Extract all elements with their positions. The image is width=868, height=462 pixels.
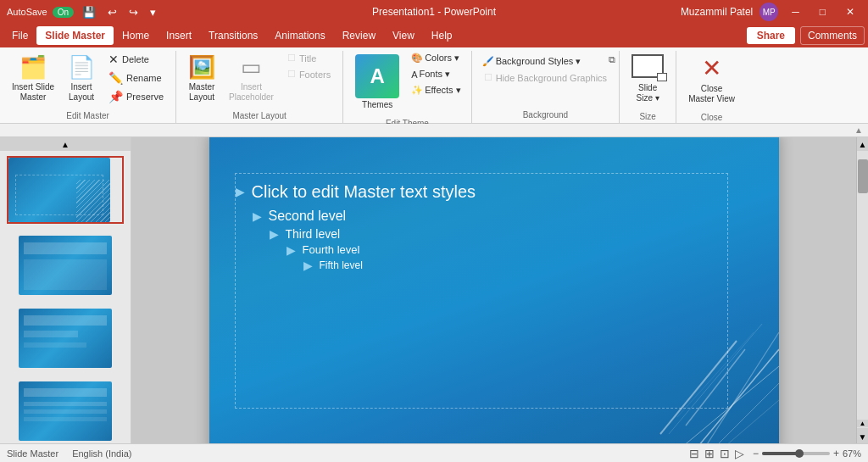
slide-thumb-3[interactable] <box>17 307 124 370</box>
close-master-view-button[interactable]: ✕ CloseMaster View <box>683 51 740 108</box>
language: English (India) <box>72 448 131 459</box>
zoom-slider[interactable]: − + 67% <box>753 448 861 459</box>
save-icon[interactable]: 💾 <box>79 4 99 20</box>
master-layout-label: MasterLayout <box>189 82 215 103</box>
footers-label: Footers <box>299 70 331 80</box>
title-bar-left: AutoSave On 💾 ↩ ↪ ▾ <box>7 4 159 20</box>
slide-thumb-2[interactable] <box>17 234 124 297</box>
scroll-track[interactable] <box>857 151 869 418</box>
normal-view-icon[interactable]: ⊟ <box>689 447 699 460</box>
master-layout-label-g: Master Layout <box>232 109 286 124</box>
scroll-up-button[interactable]: ▲ <box>857 137 869 151</box>
ribbon-group-content2: 🖼️ MasterLayout ▭ InsertPlaceholder ☐ Ti… <box>183 51 336 109</box>
close-master-label: CloseMaster View <box>688 84 735 104</box>
preserve-button[interactable]: 📌 Preserve <box>103 88 169 105</box>
menu-help[interactable]: Help <box>423 26 461 45</box>
slide-size-button[interactable]: SlideSize ▾ <box>626 51 669 107</box>
insert-layout-icon: 📄 <box>68 54 95 81</box>
scroll-down-button[interactable]: ▼ <box>857 430 869 443</box>
menu-view[interactable]: View <box>384 26 423 45</box>
slide-thumb-4[interactable] <box>17 380 124 443</box>
master-layout-icon: 🖼️ <box>188 54 215 81</box>
background-expand-icon[interactable]: ⧉ <box>609 54 615 65</box>
minimize-button[interactable]: ─ <box>785 4 806 19</box>
user-avatar[interactable]: MP <box>760 3 778 21</box>
main-area: ▲ 1 <box>0 137 868 443</box>
menu-insert[interactable]: Insert <box>158 26 200 45</box>
fonts-icon: A <box>411 70 417 80</box>
undo-icon[interactable]: ↩ <box>104 4 120 20</box>
title-label: Title <box>299 53 316 64</box>
level1-text: Click to edit Master text styles <box>252 182 476 202</box>
ribbon-group-content6: ✕ CloseMaster View <box>683 51 740 111</box>
user-name: Muzammil Patel <box>681 6 753 18</box>
slide-sorter-icon[interactable]: ⊞ <box>704 447 715 460</box>
ribbon-group-close: ✕ CloseMaster View Close <box>676 51 747 123</box>
reading-view-icon[interactable]: ⊡ <box>720 447 730 460</box>
delete-button[interactable]: ✕ Delete <box>103 51 169 68</box>
share-button[interactable]: Share <box>747 27 795 44</box>
collapse-icon[interactable]: ▲ <box>854 125 863 135</box>
slide-decoration <box>626 281 779 444</box>
bullet-3: ▶ <box>270 227 279 241</box>
menu-review[interactable]: Review <box>334 26 384 45</box>
insert-layout-button[interactable]: 📄 InsertLayout <box>63 51 100 106</box>
scroll-up-mid[interactable]: ▲ <box>857 420 869 427</box>
insert-slide-master-icon: 🗂️ <box>19 54 47 81</box>
rename-icon: ✏️ <box>108 71 123 85</box>
title-bar: AutoSave On 💾 ↩ ↪ ▾ Presentation1 - Powe… <box>0 0 868 24</box>
bullet-4: ▶ <box>287 243 296 257</box>
ribbon-group-master-layout: 🖼️ MasterLayout ▭ InsertPlaceholder ☐ Ti… <box>176 51 343 123</box>
slide-preview-3 <box>19 309 112 368</box>
status-bar: Slide Master English (India) ⊟ ⊞ ⊡ ▷ − +… <box>0 443 868 462</box>
menu-animations[interactable]: Animations <box>266 26 333 45</box>
presentation-view-icon[interactable]: ▷ <box>735 447 744 460</box>
insert-slide-master-button[interactable]: 🗂️ Insert SlideMaster <box>7 51 59 106</box>
ribbon-group-content4: 🖌️ Background Styles ▾ ☐ Hide Background… <box>479 51 612 109</box>
delete-label: Delete <box>122 54 149 64</box>
themes-button[interactable]: A Themes <box>350 51 404 114</box>
autosave-toggle[interactable]: On <box>53 7 74 18</box>
master-layout-button[interactable]: 🖼️ MasterLayout <box>183 51 220 106</box>
sidebar-scroll-up[interactable]: ▲ <box>0 137 131 151</box>
effects-dropdown[interactable]: ✨ Effects ▾ <box>408 83 464 97</box>
scroll-thumb[interactable] <box>858 159 868 193</box>
rename-button[interactable]: ✏️ Rename <box>103 70 169 86</box>
customize-icon[interactable]: ▾ <box>147 4 159 20</box>
window-title: Presentation1 - PowerPoint <box>372 6 496 18</box>
bullet-5: ▶ <box>303 259 313 272</box>
restore-button[interactable]: □ <box>813 4 832 19</box>
slide-canvas[interactable]: ▶ Click to edit Master text styles ▶ Sec… <box>209 137 779 443</box>
hide-bg-label: Hide Background Graphics <box>496 73 607 83</box>
zoom-out-icon[interactable]: − <box>753 448 759 459</box>
slide-size-icon <box>632 54 664 78</box>
colors-dropdown[interactable]: 🎨 Colors ▾ <box>408 51 464 65</box>
menu-home[interactable]: Home <box>114 26 158 45</box>
fonts-label: Fonts ▾ <box>420 69 451 80</box>
ribbon-group-size: SlideSize ▾ Size <box>620 51 676 123</box>
footers-check-icon: ☐ <box>287 69 296 80</box>
menu-file[interactable]: File <box>3 26 36 45</box>
zoom-in-icon[interactable]: + <box>833 448 839 459</box>
zoom-fill <box>762 452 799 455</box>
title-check-icon: ☐ <box>287 53 296 64</box>
zoom-level[interactable]: 67% <box>843 448 861 459</box>
ribbon-group-edit-theme: A Themes 🎨 Colors ▾ A Fonts ▾ ✨ Effects … <box>343 51 471 123</box>
fonts-dropdown[interactable]: A Fonts ▾ <box>408 67 464 81</box>
bullet-1: ▶ <box>236 185 245 198</box>
level3-text: Third level <box>286 227 341 241</box>
autosave-label: AutoSave <box>7 7 47 17</box>
ribbon-collapse-bar: ▲ <box>0 124 868 137</box>
close-button[interactable]: ✕ <box>839 4 861 19</box>
redo-icon[interactable]: ↪ <box>125 4 142 20</box>
menu-slide-master[interactable]: Slide Master <box>36 26 114 45</box>
ribbon-group-background: 🖌️ Background Styles ▾ ☐ Hide Background… <box>472 51 620 123</box>
text-level-4: ▶ Fourth level <box>287 243 727 257</box>
menu-transitions[interactable]: Transitions <box>200 26 266 45</box>
zoom-handle[interactable] <box>795 449 804 458</box>
background-styles-dropdown[interactable]: 🖌️ Background Styles ▾ <box>479 54 612 69</box>
insert-placeholder-label: InsertPlaceholder <box>229 82 274 103</box>
zoom-track[interactable] <box>762 452 830 455</box>
comments-button[interactable]: Comments <box>800 26 865 45</box>
slide-thumb-1[interactable]: 1 <box>7 156 124 224</box>
